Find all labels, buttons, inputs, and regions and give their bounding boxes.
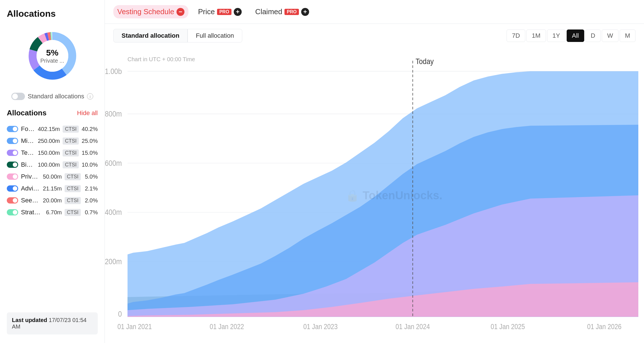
alloc-toggle-4[interactable]: [7, 173, 18, 180]
full-allocation-button[interactable]: Full allocation: [188, 29, 242, 43]
alloc-toggle-2[interactable]: [7, 150, 18, 156]
donut-center: 5% Private ...: [40, 48, 64, 64]
svg-text:0: 0: [118, 310, 122, 319]
vesting-minus-icon[interactable]: −: [177, 8, 184, 16]
alloc-amount-4: 50.00m: [43, 173, 62, 180]
alloc-name-5: Advisors: [21, 185, 40, 192]
last-updated: Last updated 17/07/23 01:54 AM: [7, 312, 98, 334]
alloc-name-3: Binance Laun...: [21, 161, 35, 168]
svg-text:01 Jan 2021: 01 Jan 2021: [118, 323, 152, 331]
alloc-name-0: Foundation R...: [21, 125, 35, 133]
ctsi-badge-4: CTSI: [65, 173, 81, 180]
time-range-buttons: 7D1M1YAllDWM: [507, 29, 636, 42]
claimed-label: Claimed: [255, 7, 282, 16]
donut-percent: 5%: [40, 48, 64, 58]
price-pro-badge: PRO: [217, 9, 231, 15]
ctsi-badge-3: CTSI: [63, 161, 79, 168]
svg-text:01 Jan 2023: 01 Jan 2023: [303, 323, 338, 331]
alloc-amount-1: 250.00m: [38, 138, 60, 144]
ctsi-badge-7: CTSI: [65, 209, 81, 216]
alloc-pct-1: 25.0%: [82, 138, 98, 144]
svg-text:01 Jan 2024: 01 Jan 2024: [396, 323, 430, 331]
tab-vesting-schedule[interactable]: Vesting Schedule −: [113, 5, 188, 18]
alloc-pct-5: 2.1%: [84, 185, 98, 192]
time-btn-1y[interactable]: 1Y: [547, 29, 566, 42]
ctsi-badge-6: CTSI: [65, 197, 81, 204]
alloc-name-1: Mining Reserve: [21, 137, 35, 145]
svg-text:400m: 400m: [105, 208, 122, 217]
chart-area: Standard allocation Full allocation 7D1M…: [105, 24, 644, 343]
info-icon[interactable]: i: [87, 93, 93, 99]
svg-text:01 Jan 2022: 01 Jan 2022: [210, 323, 244, 331]
svg-text:800m: 800m: [105, 109, 122, 118]
svg-text:200m: 200m: [105, 257, 122, 266]
top-nav: Vesting Schedule − Price PRO + Claimed P…: [105, 0, 644, 24]
svg-text:1.00b: 1.00b: [105, 67, 122, 76]
tab-price[interactable]: Price PRO +: [194, 5, 246, 18]
alloc-amount-2: 150.00m: [38, 150, 60, 156]
hide-all-button[interactable]: Hide all: [77, 109, 98, 117]
standard-allocations-label: Standard allocations: [28, 93, 84, 100]
allocations-heading: Allocations: [7, 109, 46, 117]
alloc-toggle-6[interactable]: [7, 197, 18, 204]
ctsi-badge-1: CTSI: [63, 137, 79, 145]
alloc-toggle-0[interactable]: [7, 126, 18, 132]
list-item: Team 150.00m CTSI 15.0%: [7, 147, 98, 159]
alloc-amount-5: 21.15m: [43, 185, 62, 192]
alloc-name-4: Private Sale: [21, 173, 40, 180]
alloc-toggle-1[interactable]: [7, 138, 18, 144]
alloc-toggle-5[interactable]: [7, 185, 18, 192]
alloc-name-6: Seed Sale: [21, 197, 40, 204]
claimed-pro-badge: PRO: [284, 9, 299, 15]
alloc-amount-6: 20.00m: [43, 197, 62, 204]
alloc-amount-7: 6.70m: [46, 209, 62, 216]
last-updated-label: Last updated: [12, 317, 47, 323]
allocation-type-buttons: Standard allocation Full allocation: [113, 29, 242, 43]
vesting-schedule-label: Vesting Schedule: [117, 7, 174, 16]
time-btn-w[interactable]: W: [602, 29, 619, 42]
alloc-pct-2: 15.0%: [82, 150, 98, 156]
alloc-pct-3: 10.0%: [82, 162, 98, 168]
svg-text:01 Jan 2025: 01 Jan 2025: [491, 323, 525, 331]
alloc-amount-3: 100.00m: [38, 162, 60, 168]
alloc-pct-6: 2.0%: [84, 197, 98, 204]
chart-controls: Standard allocation Full allocation 7D1M…: [105, 24, 644, 48]
time-btn-d[interactable]: D: [585, 29, 601, 42]
claimed-plus-icon[interactable]: +: [301, 8, 309, 16]
time-btn-7d[interactable]: 7D: [507, 29, 525, 42]
price-label: Price: [198, 7, 215, 16]
alloc-pct-0: 40.2%: [82, 126, 98, 132]
alloc-amount-0: 402.15m: [38, 126, 60, 132]
list-item: Binance Laun... 100.00m CTSI 10.0%: [7, 159, 98, 171]
sidebar-title: Allocations: [7, 9, 98, 19]
alloc-toggle-3[interactable]: [7, 162, 18, 168]
alloc-toggle-7[interactable]: [7, 209, 18, 215]
ctsi-badge-2: CTSI: [63, 149, 79, 156]
standard-allocations-toggle[interactable]: [11, 93, 25, 100]
list-item: Strategic Sale 6.70m CTSI 0.7%: [7, 206, 98, 218]
time-btn-m[interactable]: M: [620, 29, 636, 42]
list-item: Foundation R... 402.15m CTSI 40.2%: [7, 123, 98, 135]
ctsi-badge-0: CTSI: [63, 126, 79, 133]
time-btn-1m[interactable]: 1M: [526, 29, 546, 42]
alloc-pct-7: 0.7%: [84, 209, 98, 216]
price-plus-icon[interactable]: +: [234, 8, 242, 16]
svg-text:01 Jan 2026: 01 Jan 2026: [587, 323, 621, 331]
chart-svg-container: Chart in UTC + 00:00 Time 1.00b 800m 600…: [105, 48, 644, 343]
standard-allocation-button[interactable]: Standard allocation: [113, 29, 188, 43]
standard-allocations-row: Standard allocations i: [7, 93, 98, 100]
list-item: Private Sale 50.00m CTSI 5.0%: [7, 171, 98, 183]
alloc-name-7: Strategic Sale: [21, 209, 43, 216]
tab-claimed[interactable]: Claimed PRO +: [251, 5, 313, 18]
donut-chart-container: 5% Private ...: [7, 27, 98, 84]
alloc-name-2: Team: [21, 149, 35, 156]
main-content: Vesting Schedule − Price PRO + Claimed P…: [105, 0, 644, 343]
sidebar: Allocations: [0, 0, 105, 343]
list-item: Seed Sale 20.00m CTSI 2.0%: [7, 194, 98, 206]
alloc-pct-4: 5.0%: [84, 173, 98, 180]
list-item: Mining Reserve 250.00m CTSI 25.0%: [7, 135, 98, 147]
time-btn-all[interactable]: All: [567, 29, 584, 42]
list-item: Advisors 21.15m CTSI 2.1%: [7, 183, 98, 194]
svg-text:Today: Today: [416, 57, 434, 66]
allocation-list: Foundation R... 402.15m CTSI 40.2% Minin…: [7, 123, 98, 218]
